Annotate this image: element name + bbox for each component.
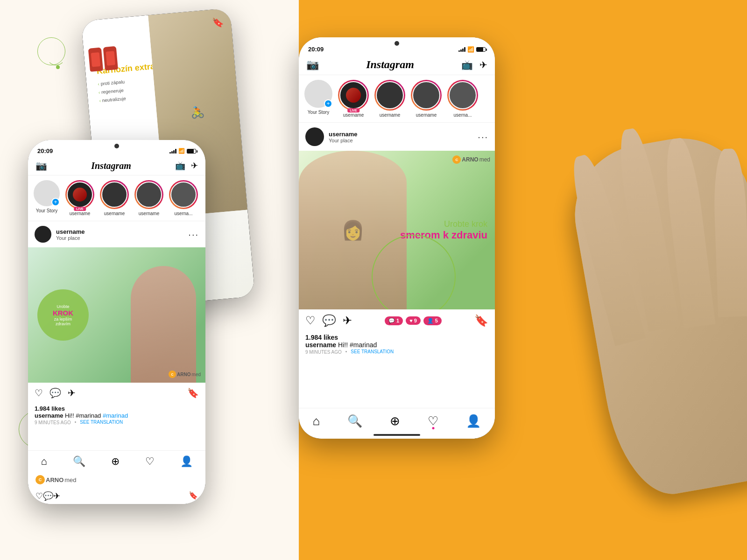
- punch-hole-main: [395, 41, 399, 46]
- home-indicator-main: [374, 434, 420, 436]
- bottom-nav-main: ⌂ 🔍 ⊕ ♡ 👤: [299, 408, 495, 432]
- story-3-mid[interactable]: userna...: [169, 180, 198, 216]
- story-3-main[interactable]: userna...: [447, 80, 478, 118]
- deco-img-circle: [372, 235, 456, 309]
- send-bottom-mid[interactable]: ✈: [53, 491, 60, 501]
- story-1-label-mid: username: [104, 211, 125, 216]
- heart-bottom-mid[interactable]: ♡: [35, 491, 43, 501]
- likes-mid: 1.984 likes: [35, 405, 199, 412]
- post-info-main: 1.984 likes username Hi!! #marinad 9 MIN…: [299, 332, 495, 358]
- nav-home-main[interactable]: ⌂: [313, 414, 320, 428]
- story-3-label-main: userna...: [454, 112, 472, 118]
- hand-graphic: [564, 127, 747, 503]
- badge-likes: ♥9: [406, 316, 421, 325]
- time-mid: 20:09: [37, 147, 53, 154]
- ig-logo-mid: Instagram: [91, 161, 131, 171]
- story-2-mid[interactable]: username: [134, 180, 163, 216]
- stories-row-mid: + Your Story LIVE username: [28, 175, 205, 221]
- post-username-mid: username: [56, 228, 85, 235]
- post-more-main[interactable]: ···: [478, 132, 488, 142]
- story-live-main[interactable]: LIVE username: [338, 80, 369, 118]
- camera-icon-mid[interactable]: 📷: [35, 160, 47, 171]
- your-story-label-main: Your Story: [308, 110, 329, 115]
- caption-main: username Hi!! #marinad: [305, 341, 488, 349]
- carnomed-on-img-main: C ARNOmed: [452, 155, 490, 164]
- comment-bottom-mid[interactable]: 💬: [43, 491, 53, 501]
- story-1-label-main: username: [380, 112, 400, 118]
- badge-comments: 💬1: [385, 316, 403, 325]
- nav-home-mid[interactable]: ⌂: [41, 455, 47, 468]
- bottom-icons-row-mid: ♡ 💬 ✈ 🔖: [28, 488, 205, 504]
- story-3-label-mid: userna...: [175, 211, 193, 216]
- nav-heart-mid[interactable]: ♡: [145, 455, 155, 468]
- live-story-label-mid: username: [70, 211, 90, 216]
- woman-figure-mid: [131, 266, 196, 383]
- stories-row-main: + Your Story LIVE username: [299, 75, 495, 123]
- nav-add-mid[interactable]: ⊕: [111, 455, 120, 468]
- bookmark-bottom-mid[interactable]: 🔖: [189, 491, 198, 501]
- deco-dot-1: [56, 65, 60, 69]
- post-timestamp-row-mid: 9 MINUTES AGO • SEE TRANSLATION: [35, 419, 199, 425]
- nav-profile-main[interactable]: 👤: [466, 414, 481, 428]
- see-translation-main[interactable]: SEE TRANSLATION: [351, 349, 394, 354]
- send-icon-mid[interactable]: ✈: [191, 161, 198, 171]
- share-icon-mid[interactable]: ✈: [68, 387, 76, 399]
- story-1-mid[interactable]: username: [100, 180, 129, 216]
- status-bar-main: 20:09 📶: [299, 37, 495, 55]
- deco-circle-2: [47, 47, 65, 65]
- heart-icon-mid[interactable]: ♡: [35, 387, 43, 399]
- heart-icon-main[interactable]: ♡: [305, 314, 316, 327]
- logo-bottom-mid: C ARNOmed: [28, 471, 205, 488]
- green-circle-mid: Urobte KROK za lepším zdravím: [37, 289, 89, 341]
- bookmark-icon-mid[interactable]: 🔖: [187, 387, 199, 399]
- timestamp-main: 9 MINUTES AGO: [305, 350, 342, 355]
- send-icon-main[interactable]: ✈: [479, 59, 487, 70]
- story-2-label-mid: username: [139, 211, 159, 216]
- punch-hole-mid: [114, 144, 119, 148]
- nav-search-main[interactable]: 🔍: [347, 414, 362, 428]
- story-your-mid[interactable]: + Your Story: [34, 180, 60, 216]
- live-story-label-main: username: [343, 112, 364, 118]
- feed-image-main: 👩 C ARNOmed Urobte krok smerom k zdraviu: [299, 151, 495, 309]
- ig-header-main: 📷 Instagram 📺 ✈: [299, 55, 495, 75]
- hand-area: [514, 0, 747, 560]
- story-live-mid[interactable]: LIVE username: [65, 180, 94, 216]
- post-more-mid[interactable]: ···: [188, 229, 199, 240]
- nav-search-mid[interactable]: 🔍: [73, 455, 85, 468]
- bottom-nav-mid: ⌂ 🔍 ⊕ ♡ 👤: [28, 450, 205, 471]
- feed-image-mid: Urobte KROK za lepším zdravím C ARNOmed: [28, 247, 205, 383]
- bookmark-icon-back[interactable]: 🔖: [211, 16, 224, 28]
- post-info-mid: 1.984 likes username Hi!! #marinad #mari…: [28, 403, 205, 429]
- post-location-mid: Your place: [56, 235, 85, 241]
- story-2-label-main: username: [416, 112, 437, 118]
- nav-add-main[interactable]: ⊕: [390, 414, 400, 428]
- post-avatar-mid: [35, 226, 51, 243]
- product-bottles: [88, 46, 118, 72]
- story-1-main[interactable]: username: [374, 80, 405, 118]
- post-location-main: Your place: [329, 138, 357, 143]
- comment-icon-mid[interactable]: 💬: [49, 387, 61, 399]
- notification-badges: 💬1 ♥9 👤5: [385, 316, 442, 325]
- camera-icon-main[interactable]: 📷: [306, 59, 319, 71]
- add-story-btn-mid[interactable]: +: [51, 198, 60, 206]
- likes-main: 1.984 likes: [305, 334, 488, 341]
- add-story-btn-main[interactable]: +: [324, 99, 332, 108]
- story-2-main[interactable]: username: [411, 80, 442, 118]
- nav-heart-container-main[interactable]: ♡: [428, 414, 438, 428]
- nav-profile-mid[interactable]: 👤: [180, 455, 193, 468]
- reel-icon-mid[interactable]: 📺: [175, 161, 185, 171]
- bookmark-icon-main[interactable]: 🔖: [474, 314, 488, 327]
- post-header-main: username Your place ···: [299, 123, 495, 151]
- post-actions-main: ♡ 💬 ✈ 💬1 ♥9 👤5 🔖: [299, 309, 495, 332]
- ig-header-mid: 📷 Instagram 📺 ✈: [28, 156, 205, 175]
- caption-mid: username Hi!! #marinad #marinad: [35, 412, 199, 419]
- comment-icon-main[interactable]: 💬: [322, 314, 336, 327]
- story-your-main[interactable]: + Your Story: [304, 80, 332, 118]
- share-icon-main[interactable]: ✈: [343, 314, 352, 327]
- live-badge-mid: LIVE: [74, 207, 86, 211]
- hashtag-mid[interactable]: #marinad: [103, 412, 128, 419]
- badge-followers: 👤5: [423, 316, 442, 325]
- see-translation-mid[interactable]: SEE TRANSLATION: [80, 420, 123, 425]
- reel-icon-main[interactable]: 📺: [461, 59, 473, 70]
- post-header-mid: username Your place ···: [28, 221, 205, 247]
